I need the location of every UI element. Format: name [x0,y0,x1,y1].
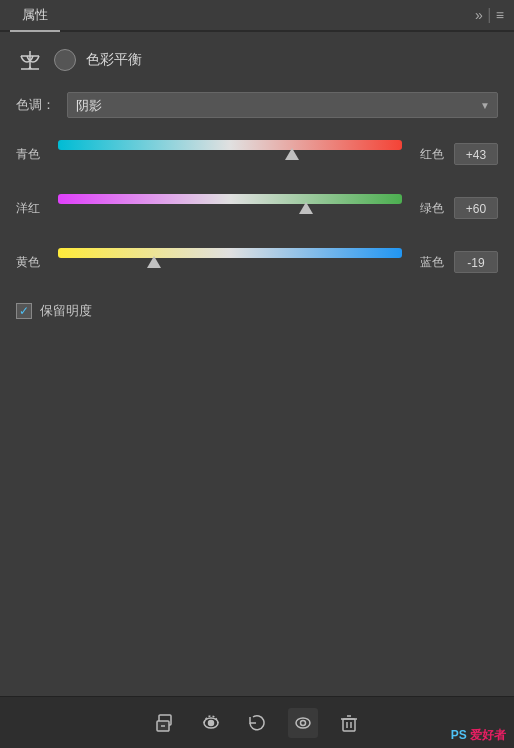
reset-button[interactable] [242,708,272,738]
magenta-green-slider-row: 洋红 绿色 +60 [16,190,498,226]
tone-label: 色调： [16,96,55,114]
menu-icon[interactable]: ≡ [496,7,504,23]
yellow-blue-value[interactable]: -19 [454,251,498,273]
yellow-blue-slider[interactable] [58,244,402,280]
red-label: 红色 [412,146,444,163]
tone-select-wrapper[interactable]: 高光 中间调 阴影 ▼ [67,92,498,118]
clip-button[interactable] [150,708,180,738]
svg-point-10 [301,720,306,725]
cyan-red-thumb[interactable] [285,148,299,160]
tab-bar: 属性 » | ≡ [0,0,514,32]
yellow-blue-thumb[interactable] [147,256,161,268]
preserve-luminosity-checkbox[interactable]: ✓ [16,303,32,319]
separator: | [483,6,496,24]
svg-point-8 [209,720,214,725]
properties-tab[interactable]: 属性 [10,0,60,32]
panel-footer: PS 爱好者 [0,696,514,748]
preserve-luminosity-label: 保留明度 [40,302,92,320]
properties-panel: 属性 » | ≡ [0,0,514,748]
svg-marker-3 [28,66,32,69]
yellow-label: 黄色 [16,254,48,271]
blue-label: 蓝色 [412,254,444,271]
magenta-label: 洋红 [16,200,48,217]
cyan-red-thumb-container [58,146,402,166]
tone-select[interactable]: 高光 中间调 阴影 [67,92,498,118]
section-title-row: 色彩平衡 [16,46,498,74]
tone-row: 色调： 高光 中间调 阴影 ▼ [16,92,498,118]
mask-icon [54,49,76,71]
svg-point-9 [296,718,310,728]
magenta-green-value[interactable]: +60 [454,197,498,219]
svg-rect-11 [343,719,355,731]
watermark-ps: PS [451,728,467,742]
preserve-luminosity-row: ✓ 保留明度 [16,302,498,320]
cyan-red-slider[interactable] [58,136,402,172]
section-title: 色彩平衡 [86,51,142,69]
balance-icon [16,46,44,74]
cyan-red-slider-row: 青色 红色 +43 [16,136,498,172]
magenta-green-thumb-container [58,200,402,220]
magenta-green-slider[interactable] [58,190,402,226]
expand-icon[interactable]: » [475,7,483,23]
watermark: PS 爱好者 [451,727,506,744]
yellow-blue-slider-row: 黄色 蓝色 -19 [16,244,498,280]
green-label: 绿色 [412,200,444,217]
view-button[interactable] [288,708,318,738]
checkmark-icon: ✓ [19,305,29,317]
panel-content: 色彩平衡 色调： 高光 中间调 阴影 ▼ 青色 红色 [0,32,514,696]
magenta-green-thumb[interactable] [299,202,313,214]
visibility-toggle[interactable] [196,708,226,738]
cyan-red-value[interactable]: +43 [454,143,498,165]
delete-button[interactable] [334,708,364,738]
watermark-rest: 爱好者 [470,728,506,742]
yellow-blue-thumb-container [58,254,402,274]
cyan-label: 青色 [16,146,48,163]
